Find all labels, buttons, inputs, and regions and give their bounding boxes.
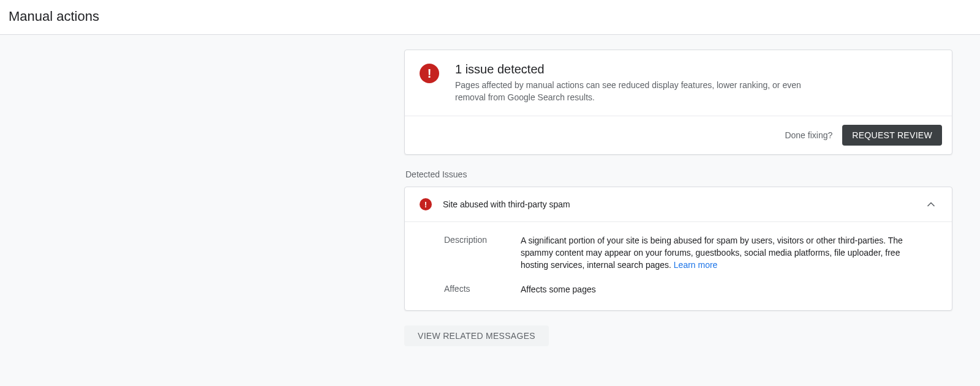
affects-value: Affects some pages	[521, 283, 937, 295]
issue-card: ! Site abused with third-party spam Desc…	[404, 187, 952, 311]
error-icon: !	[420, 198, 432, 210]
summary-description: Pages affected by manual actions can see…	[455, 79, 810, 103]
body-area: ! 1 issue detected Pages affected by man…	[0, 35, 980, 386]
summary-actions: Done fixing? REQUEST REVIEW	[405, 116, 952, 154]
description-label: Description	[420, 234, 521, 271]
detected-issues-label: Detected Issues	[405, 169, 952, 179]
page-header: Manual actions	[0, 0, 980, 35]
done-fixing-label: Done fixing?	[785, 130, 832, 140]
summary-title: 1 issue detected	[455, 62, 810, 76]
content-column: ! 1 issue detected Pages affected by man…	[404, 50, 952, 346]
view-related-messages-button[interactable]: VIEW RELATED MESSAGES	[404, 325, 549, 346]
affects-label: Affects	[420, 283, 521, 295]
issue-body: Description A significant portion of you…	[405, 222, 952, 310]
summary-top: ! 1 issue detected Pages affected by man…	[405, 50, 952, 116]
description-value: A significant portion of your site is be…	[521, 234, 937, 271]
page-title: Manual actions	[9, 9, 971, 24]
summary-card: ! 1 issue detected Pages affected by man…	[404, 50, 952, 155]
description-row: Description A significant portion of you…	[420, 234, 937, 271]
request-review-button[interactable]: REQUEST REVIEW	[842, 125, 942, 146]
summary-text: 1 issue detected Pages affected by manua…	[455, 62, 810, 103]
error-icon: !	[420, 64, 439, 83]
affects-row: Affects Affects some pages	[420, 283, 937, 295]
chevron-up-icon	[925, 198, 937, 210]
issue-header[interactable]: ! Site abused with third-party spam	[405, 187, 952, 222]
issue-title: Site abused with third-party spam	[443, 199, 925, 209]
learn-more-link[interactable]: Learn more	[674, 260, 718, 270]
